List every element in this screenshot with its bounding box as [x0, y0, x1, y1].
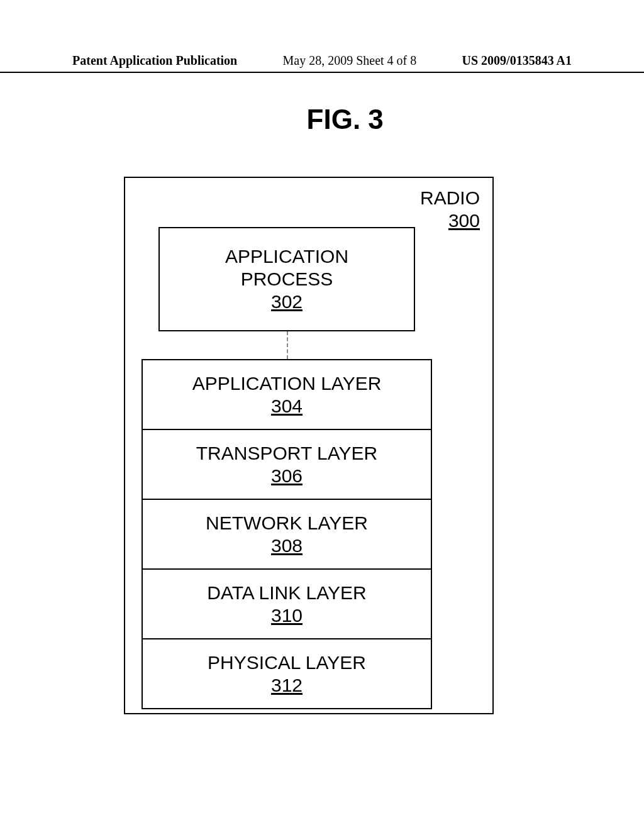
page-header: Patent Application Publication May 28, 2… [0, 53, 644, 73]
header-right: US 2009/0135843 A1 [462, 53, 572, 68]
layer-ref-num: 304 [271, 395, 303, 418]
app-process-line2: PROCESS [241, 268, 333, 290]
radio-ref-num: 300 [448, 210, 480, 231]
radio-label: RADIO 300 [420, 187, 480, 232]
data-link-layer-block: DATA LINK LAYER 310 [142, 568, 432, 639]
radio-block: RADIO 300 APPLICATION PROCESS 302 APPLIC… [124, 177, 494, 714]
app-process-line1: APPLICATION [225, 245, 348, 268]
header-left: Patent Application Publication [72, 53, 237, 68]
transport-layer-block: TRANSPORT LAYER 306 [142, 429, 432, 500]
layer-label: NETWORK LAYER [206, 512, 368, 534]
layer-label: DATA LINK LAYER [207, 582, 366, 604]
layer-label: PHYSICAL LAYER [208, 651, 366, 674]
layer-label: APPLICATION LAYER [192, 372, 382, 395]
layers-container: APPLICATION LAYER 304 TRANSPORT LAYER 30… [142, 359, 432, 708]
layer-ref-num: 312 [271, 674, 303, 697]
radio-label-text: RADIO [420, 187, 480, 208]
header-center: May 28, 2009 Sheet 4 of 8 [283, 53, 417, 68]
network-layer-block: NETWORK LAYER 308 [142, 499, 432, 570]
figure-title: FIG. 3 [307, 104, 384, 135]
layer-label: TRANSPORT LAYER [196, 442, 377, 465]
physical-layer-block: PHYSICAL LAYER 312 [142, 638, 432, 709]
layer-ref-num: 308 [271, 534, 303, 557]
app-process-ref-num: 302 [271, 290, 303, 313]
application-process-block: APPLICATION PROCESS 302 [158, 227, 415, 331]
layer-ref-num: 306 [271, 465, 303, 487]
application-layer-block: APPLICATION LAYER 304 [142, 359, 432, 430]
layer-ref-num: 310 [271, 604, 303, 627]
dashed-connector [287, 331, 288, 359]
